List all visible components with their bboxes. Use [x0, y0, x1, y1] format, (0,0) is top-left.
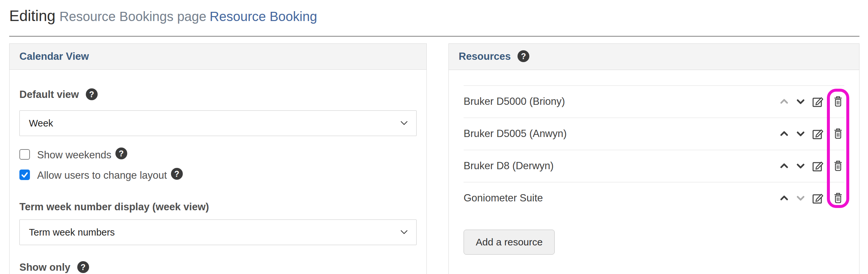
- delete-icon[interactable]: [832, 192, 844, 204]
- default-view-select-value: Week: [29, 118, 53, 129]
- edit-icon[interactable]: [811, 192, 824, 204]
- resources-panel-title: Resources: [459, 50, 511, 62]
- title-divider: [9, 36, 860, 37]
- resource-row: Bruker D8 (Derwyn): [464, 150, 844, 182]
- term-week-select[interactable]: Term week numbers: [20, 219, 416, 245]
- term-week-select-value: Term week numbers: [29, 227, 115, 238]
- panels-container: Calendar View Default view ? Week: [9, 43, 860, 274]
- default-view-label-text: Default view: [20, 89, 79, 100]
- resources-panel-body: Bruker D5000 (Briony): [449, 85, 859, 268]
- delete-icon[interactable]: [832, 160, 844, 172]
- resource-actions: [779, 160, 844, 172]
- add-resource-button[interactable]: Add a resource: [464, 230, 555, 254]
- move-up-icon[interactable]: [779, 128, 790, 139]
- move-down-icon[interactable]: [795, 128, 806, 139]
- default-view-label: Default view ?: [20, 88, 416, 101]
- resource-name: Goniometer Suite: [464, 192, 779, 204]
- edit-icon[interactable]: [811, 128, 824, 140]
- calendar-view-panel-header: Calendar View: [9, 44, 427, 70]
- show-weekends-checkbox[interactable]: [20, 149, 30, 160]
- calendar-view-panel: Calendar View Default view ? Week: [9, 43, 427, 274]
- show-weekends-row: Show weekends ?: [20, 148, 416, 162]
- resources-list: Bruker D5000 (Briony): [464, 85, 844, 214]
- allow-layout-change-row: Allow users to change layout ?: [20, 169, 416, 182]
- calendar-view-panel-body: Default view ? Week Show weekends: [9, 88, 427, 274]
- checkmark-icon: [20, 171, 29, 179]
- page: EditingResource Bookings pageResource Bo…: [0, 0, 868, 274]
- move-up-icon[interactable]: [779, 96, 790, 107]
- delete-icon[interactable]: [832, 128, 844, 140]
- move-down-icon[interactable]: [795, 193, 806, 204]
- chevron-down-icon: [400, 230, 408, 235]
- page-title: EditingResource Bookings pageResource Bo…: [9, 6, 860, 27]
- help-icon[interactable]: ?: [86, 89, 98, 100]
- page-title-context: Resource Bookings page: [60, 9, 207, 24]
- move-up-icon[interactable]: [779, 193, 790, 204]
- resource-actions: [779, 128, 844, 140]
- show-only-label-text: Show only: [20, 262, 70, 273]
- help-icon[interactable]: ?: [77, 261, 89, 273]
- show-only-label: Show only ?: [20, 261, 416, 274]
- edit-icon[interactable]: [811, 160, 824, 172]
- resource-row: Goniometer Suite: [464, 182, 844, 214]
- page-title-editing: Editing: [9, 7, 56, 24]
- default-view-select[interactable]: Week: [20, 110, 416, 136]
- resource-actions: [779, 95, 844, 108]
- show-weekends-label: Show weekends: [37, 148, 112, 162]
- resource-name: Bruker D5000 (Briony): [464, 96, 779, 107]
- edit-icon[interactable]: [811, 95, 824, 108]
- move-up-icon[interactable]: [779, 160, 790, 171]
- resource-row: Bruker D5005 (Anwyn): [464, 117, 844, 150]
- resource-name: Bruker D5005 (Anwyn): [464, 128, 779, 140]
- help-icon[interactable]: ?: [115, 147, 127, 159]
- move-down-icon[interactable]: [795, 160, 806, 171]
- resource-actions: [779, 192, 844, 204]
- resource-row: Bruker D5000 (Briony): [464, 85, 844, 117]
- page-title-link[interactable]: Resource Booking: [210, 9, 317, 24]
- resource-name: Bruker D8 (Derwyn): [464, 160, 779, 172]
- allow-layout-change-checkbox[interactable]: [20, 170, 30, 180]
- move-down-icon[interactable]: [795, 96, 806, 107]
- term-week-label: Term week number display (week view): [20, 200, 416, 213]
- resources-panel: Resources ? Bruker D5000 (Briony): [448, 43, 860, 274]
- chevron-down-icon: [400, 121, 408, 126]
- delete-icon[interactable]: [832, 95, 844, 108]
- help-icon[interactable]: ?: [171, 168, 183, 180]
- allow-layout-change-label: Allow users to change layout: [37, 169, 167, 182]
- help-icon[interactable]: ?: [518, 50, 529, 62]
- resources-panel-header: Resources ?: [449, 44, 859, 70]
